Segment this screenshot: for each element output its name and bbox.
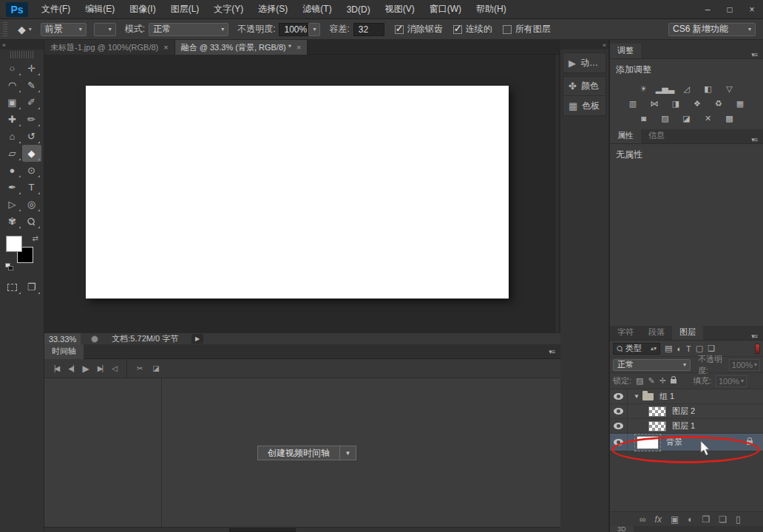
visibility-toggle[interactable]: [610, 434, 628, 451]
tool-preset-arrow-icon[interactable]: ▾: [29, 26, 32, 33]
default-colors-icon[interactable]: [5, 263, 13, 270]
expand-group-icon[interactable]: ▼: [634, 393, 640, 400]
actions-panel-button[interactable]: ▶ 动…: [563, 53, 606, 72]
tool-brush[interactable]: ✏: [22, 111, 41, 128]
tab-adjustments[interactable]: 调整: [610, 44, 641, 58]
menu-type[interactable]: 文字(Y): [206, 0, 251, 19]
tool-crop[interactable]: ▣: [3, 94, 22, 111]
menu-window[interactable]: 窗口(W): [422, 0, 469, 19]
mute-audio-button[interactable]: ◁: [112, 364, 116, 372]
document-tab-ronghe[interactable]: 融合 @ 33.3% (背景, RGB/8) * ×: [175, 40, 308, 55]
tool-history-brush[interactable]: ↺: [22, 128, 41, 145]
tool-move[interactable]: ✛: [22, 60, 41, 77]
previous-frame-button[interactable]: ◀|: [68, 364, 72, 372]
pattern-select[interactable]: ▾: [94, 23, 116, 36]
gradient-map-icon[interactable]: ▩: [723, 113, 736, 123]
tool-pen[interactable]: ✒: [3, 179, 22, 196]
color-balance-icon[interactable]: ⋈: [648, 98, 661, 109]
tool-ellipse-shape[interactable]: ◎: [22, 196, 41, 213]
layer-row-layer1[interactable]: 图层 1: [610, 419, 763, 434]
contiguous-checkbox[interactable]: [453, 25, 462, 34]
hue-saturation-icon[interactable]: ▥: [626, 98, 640, 109]
menu-layer[interactable]: 图层(L): [163, 0, 207, 19]
maximize-button[interactable]: □: [719, 1, 741, 18]
tool-elliptical-marquee[interactable]: ○: [3, 60, 22, 77]
levels-icon[interactable]: ▂▅▃: [659, 83, 672, 94]
foreground-color-swatch[interactable]: [6, 236, 22, 252]
menu-image[interactable]: 图像(I): [122, 0, 163, 19]
all-layers-checkbox[interactable]: [503, 25, 512, 34]
posterize-icon[interactable]: ▨: [659, 113, 672, 123]
layer-thumbnail[interactable]: [648, 421, 666, 432]
filter-toggle-switch[interactable]: [755, 344, 760, 354]
layer-name[interactable]: 图层 1: [672, 420, 695, 432]
exposure-icon[interactable]: ◧: [702, 83, 715, 94]
document-tab-untitled[interactable]: 未标题-1.jpg @ 100%(RGB/8) ×: [44, 40, 175, 55]
fill-source-select[interactable]: 前景▾: [41, 23, 87, 36]
new-adjustment-layer-icon[interactable]: ◐: [688, 514, 693, 525]
split-clip-button[interactable]: ✂: [137, 364, 143, 372]
tool-eraser[interactable]: ▱: [3, 145, 22, 162]
close-tab-icon[interactable]: ×: [296, 43, 301, 52]
link-layers-icon[interactable]: ∞: [640, 514, 646, 525]
filter-shape-icon[interactable]: ▢: [696, 344, 703, 353]
invert-icon[interactable]: ◙: [637, 113, 651, 123]
layer-name[interactable]: 图层 2: [672, 406, 695, 417]
layer-thumbnail[interactable]: [648, 406, 666, 417]
menu-view[interactable]: 视图(V): [378, 0, 422, 19]
cs6-new-features-select[interactable]: CS6 新增功能▾: [668, 23, 756, 36]
visibility-toggle[interactable]: [610, 419, 628, 433]
color-panel-button[interactable]: ✤ 颜色: [563, 77, 606, 96]
adjustments-panel-menu-icon[interactable]: ▾≡: [751, 51, 757, 58]
status-options-arrow[interactable]: ▶: [191, 334, 203, 344]
menu-help[interactable]: 帮助(H): [469, 0, 514, 19]
visibility-toggle[interactable]: [610, 389, 628, 403]
go-first-frame-button[interactable]: |◀: [54, 364, 58, 372]
filter-image-icon[interactable]: ▤: [665, 344, 672, 353]
black-white-icon[interactable]: ◨: [669, 98, 682, 109]
tolerance-input[interactable]: 32: [353, 23, 384, 36]
minimize-button[interactable]: –: [696, 1, 719, 18]
filter-smart-object-icon[interactable]: ❑: [708, 344, 715, 353]
layer-style-icon[interactable]: fx: [655, 514, 662, 525]
lock-image-icon[interactable]: ✎: [648, 376, 654, 386]
menu-edit[interactable]: 编辑(E): [78, 0, 122, 19]
layers-panel-menu-icon[interactable]: ▾≡: [751, 332, 757, 340]
new-group-icon[interactable]: ❐: [702, 514, 711, 525]
tab-timeline[interactable]: 时间轴: [44, 344, 84, 359]
filter-kind-select[interactable]: Ϙ 类型 ▴▾: [613, 343, 660, 355]
create-video-timeline-button[interactable]: 创建视频时间轴: [257, 446, 340, 460]
tool-quick-selection[interactable]: ✎: [22, 77, 41, 94]
swap-colors-icon[interactable]: ⇄: [33, 234, 38, 242]
lock-all-icon[interactable]: [671, 379, 676, 383]
menu-select[interactable]: 选择(S): [251, 0, 295, 19]
next-frame-button[interactable]: ▶|: [98, 364, 102, 372]
collapse-icon[interactable]: «: [603, 41, 606, 49]
opacity-dropdown[interactable]: ▾: [308, 23, 320, 36]
tab-character[interactable]: 字符: [610, 325, 641, 340]
channel-mixer-icon[interactable]: ♻: [712, 98, 725, 109]
play-button[interactable]: ▶: [83, 364, 88, 374]
tab-paragraph[interactable]: 段落: [641, 325, 672, 340]
tool-lasso[interactable]: ◠: [3, 77, 22, 94]
close-tab-icon[interactable]: ×: [163, 43, 168, 52]
tool-path-selection[interactable]: ▷: [3, 196, 22, 213]
selective-color-icon[interactable]: ✕: [702, 113, 715, 123]
lock-transparent-icon[interactable]: ▨: [636, 376, 643, 386]
quick-mask-button[interactable]: [3, 279, 22, 296]
tool-dodge[interactable]: ⊙: [22, 162, 41, 179]
menu-3d[interactable]: 3D(D): [339, 0, 378, 19]
menu-filter[interactable]: 滤镜(T): [295, 0, 339, 19]
tool-healing-brush[interactable]: ✚: [3, 111, 22, 128]
layer-name[interactable]: 组 1: [659, 391, 674, 402]
brightness-contrast-icon[interactable]: ☀: [637, 83, 651, 94]
document-canvas[interactable]: [86, 86, 509, 299]
tab-properties[interactable]: 属性: [610, 129, 641, 143]
timeline-zoom-slider[interactable]: [229, 528, 296, 532]
tool-hand[interactable]: ✾: [3, 213, 22, 230]
visibility-toggle[interactable]: [610, 404, 628, 418]
screen-mode-button[interactable]: ❐: [22, 279, 41, 296]
tab-layers[interactable]: 图层: [672, 325, 703, 340]
anti-alias-checkbox[interactable]: [395, 25, 404, 34]
curves-icon[interactable]: ◿: [680, 83, 694, 94]
